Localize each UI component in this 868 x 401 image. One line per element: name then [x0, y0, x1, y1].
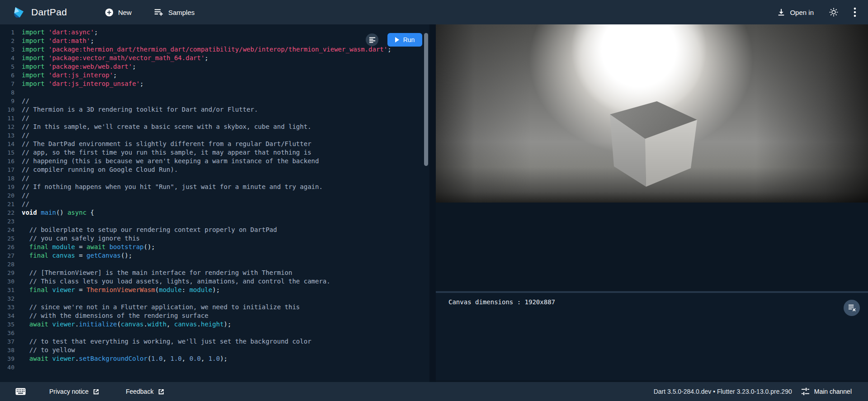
line-number: 37: [0, 337, 20, 346]
code-line[interactable]: 37 // to test that everything is working…: [0, 337, 429, 346]
keyboard-shortcuts-button[interactable]: [14, 386, 28, 397]
code-line[interactable]: 25 // you can safely ignore this: [0, 234, 429, 243]
code-line[interactable]: 36: [0, 329, 429, 337]
render-panel-empty-area: [436, 203, 868, 291]
open-in-label: Open in: [790, 9, 814, 16]
external-link-icon: [158, 388, 165, 395]
line-number: 4: [0, 54, 20, 62]
line-number: 6: [0, 71, 20, 80]
code-editor[interactable]: 1import 'dart:async';2import 'dart:math'…: [0, 24, 429, 382]
format-button[interactable]: [366, 33, 378, 46]
clear-console-button[interactable]: [844, 300, 860, 316]
code-line[interactable]: 11//: [0, 114, 429, 123]
code-line[interactable]: 9//: [0, 97, 429, 105]
line-number: 17: [0, 165, 20, 174]
code-text: //: [20, 174, 29, 183]
code-line[interactable]: 39 await viewer.setBackgroundColor(1.0, …: [0, 354, 429, 363]
code-line[interactable]: 18//: [0, 174, 429, 183]
line-number: 9: [0, 97, 20, 105]
line-number: 30: [0, 277, 20, 286]
line-number: 5: [0, 62, 20, 71]
editor-scrollbar-thumb[interactable]: [424, 33, 428, 166]
panel-splitter[interactable]: [429, 24, 436, 382]
line-number: 11: [0, 114, 20, 123]
code-line[interactable]: 1import 'dart:async';: [0, 28, 429, 37]
code-line[interactable]: 28: [0, 260, 429, 269]
overflow-menu-button[interactable]: [852, 5, 858, 19]
code-line[interactable]: 13//: [0, 131, 429, 140]
code-line[interactable]: 12// In this sample, we'll create a basi…: [0, 123, 429, 131]
code-line[interactable]: 4import 'package:vector_math/vector_math…: [0, 54, 429, 62]
console-panel: Canvas dimensions : 868x401: [436, 293, 868, 380]
line-number: 38: [0, 346, 20, 354]
code-line[interactable]: 19// If nothing happens when you hit "Ru…: [0, 183, 429, 191]
code-line[interactable]: 5import 'package:web/web.dart';: [0, 62, 429, 71]
code-line[interactable]: 38 // to yellow: [0, 346, 429, 354]
new-button[interactable]: New: [103, 5, 133, 19]
format-align-icon: [369, 37, 376, 43]
line-number: 31: [0, 286, 20, 294]
code-text: //: [20, 131, 29, 140]
channel-selector-button[interactable]: Main channel: [798, 387, 854, 396]
code-line[interactable]: 34 // with the dimensions of the renderi…: [0, 311, 429, 320]
code-line[interactable]: 15// app, so the first time you run this…: [0, 148, 429, 157]
code-text: await viewer.initialize(canvas.width, ca…: [20, 320, 231, 329]
code-line[interactable]: 10// Thermion is a 3D rendering toolkit …: [0, 105, 429, 114]
code-line[interactable]: 35 await viewer.initialize(canvas.width,…: [0, 320, 429, 329]
render-canvas[interactable]: [436, 24, 868, 203]
open-in-button[interactable]: Open in: [775, 5, 816, 19]
code-text: // to test that everything is working, w…: [20, 337, 311, 346]
external-link-icon: [93, 388, 99, 395]
sdk-version-text: Dart 3.5.0-284.0.dev • Flutter 3.23.0-13…: [654, 388, 792, 395]
code-line[interactable]: 8: [0, 88, 429, 97]
code-text: import 'dart:js_interop';: [20, 71, 117, 80]
code-line[interactable]: 14// The DartPad environment is slightly…: [0, 140, 429, 148]
line-number: 36: [0, 329, 20, 337]
code-line[interactable]: 27 final canvas = getCanvas();: [0, 251, 429, 260]
code-line[interactable]: 40: [0, 363, 429, 372]
code-line[interactable]: 22void main() async {: [0, 208, 429, 217]
code-text: // app, so the first time you run this s…: [20, 148, 311, 157]
code-line[interactable]: 2import 'dart:math';: [0, 37, 429, 45]
code-text: // to yellow: [20, 346, 75, 354]
feedback-link[interactable]: Feedback: [123, 387, 167, 396]
playlist-add-icon: [154, 8, 164, 16]
code-line[interactable]: 6import 'dart:js_interop';: [0, 71, 429, 80]
line-number: 12: [0, 123, 20, 131]
brightness-icon: [829, 8, 838, 17]
code-line[interactable]: 17// compiler running on Google Cloud Ru…: [0, 165, 429, 174]
code-text: //: [20, 200, 29, 208]
code-line[interactable]: 31 final viewer = ThermionViewerWasm(mod…: [0, 286, 429, 294]
privacy-notice-link[interactable]: Privacy notice: [47, 387, 102, 396]
code-line[interactable]: 26 final module = await bootstrap();: [0, 243, 429, 251]
code-line[interactable]: 32: [0, 294, 429, 303]
code-line[interactable]: 7import 'dart:js_interop_unsafe';: [0, 80, 429, 88]
code-line[interactable]: 33 // since we're not in a Flutter appli…: [0, 303, 429, 311]
code-line[interactable]: 24 // boilerplate to setup our rendering…: [0, 226, 429, 234]
line-number: 39: [0, 354, 20, 363]
code-text: // This class lets you load assets, ligh…: [20, 277, 330, 286]
line-number: 27: [0, 251, 20, 260]
code-line[interactable]: 21//: [0, 200, 429, 208]
code-line[interactable]: 29 // [ThermionViewer] is the main inter…: [0, 269, 429, 277]
code-text: // since we're not in a Flutter applicat…: [20, 303, 300, 311]
line-number: 32: [0, 294, 20, 303]
line-number: 26: [0, 243, 20, 251]
line-number: 24: [0, 226, 20, 234]
cube-render: [436, 24, 868, 203]
line-number: 7: [0, 80, 20, 88]
samples-button[interactable]: Samples: [152, 5, 196, 19]
line-number: 13: [0, 131, 20, 140]
code-line[interactable]: 23: [0, 217, 429, 226]
run-button[interactable]: Run: [387, 33, 422, 47]
feedback-label: Feedback: [126, 388, 153, 395]
preview-panel: Canvas dimensions : 868x401: [436, 24, 868, 382]
code-line[interactable]: 20//: [0, 191, 429, 200]
line-number: 33: [0, 303, 20, 311]
code-line[interactable]: 3import 'package:thermion_dart/thermion_…: [0, 45, 429, 54]
code-line[interactable]: 30 // This class lets you load assets, l…: [0, 277, 429, 286]
line-number: 28: [0, 260, 20, 269]
code-line[interactable]: 16// happening (this is because we aren'…: [0, 157, 429, 165]
line-number: 35: [0, 320, 20, 329]
theme-toggle-button[interactable]: [827, 6, 840, 19]
